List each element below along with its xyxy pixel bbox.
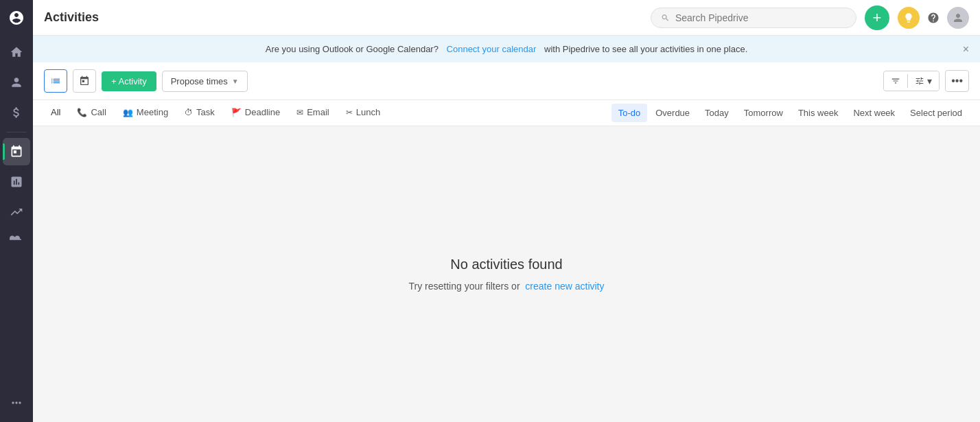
propose-times-button[interactable]: Propose times ▼ xyxy=(162,71,248,92)
period-todo-label: To-do xyxy=(618,108,641,118)
tab-deadline[interactable]: 🚩 Deadline xyxy=(224,100,287,126)
tab-call-label: Call xyxy=(91,107,106,117)
banner-text-after: with Pipedrive to see all your activitie… xyxy=(544,44,747,54)
tab-deadline-label: Deadline xyxy=(245,107,280,117)
sidebar-logo[interactable] xyxy=(4,5,29,30)
banner-text-before: Are you using Outlook or Google Calendar… xyxy=(266,44,439,54)
add-activity-label: + Activity xyxy=(111,76,147,86)
lunch-icon: ✂ xyxy=(346,108,353,117)
tab-lunch[interactable]: ✂ Lunch xyxy=(339,100,387,126)
more-options-button[interactable]: ••• xyxy=(945,70,969,92)
help-button[interactable] xyxy=(922,7,944,29)
period-tab-this-week[interactable]: This week xyxy=(791,104,845,122)
meeting-icon: 👥 xyxy=(123,108,133,117)
calendar-view-button[interactable] xyxy=(73,69,96,93)
page-title: Activities xyxy=(44,10,99,25)
period-tab-overdue[interactable]: Overdue xyxy=(649,104,697,122)
tab-lunch-label: Lunch xyxy=(356,107,380,117)
toolbar: + Activity Propose times ▼ ▾ ••• xyxy=(33,62,980,100)
filter-tabs: All 📞 Call 👥 Meeting ⏱ Task 🚩 Deadline ✉… xyxy=(33,100,980,126)
sidebar-item-more[interactable] xyxy=(3,389,30,417)
tab-all[interactable]: All xyxy=(44,100,67,126)
task-icon: ⏱ xyxy=(185,108,193,117)
empty-state-title: No activities found xyxy=(450,257,562,272)
topbar-actions xyxy=(898,7,969,29)
email-icon: ✉ xyxy=(296,108,303,117)
search-input[interactable] xyxy=(675,12,846,23)
propose-times-caret-icon: ▼ xyxy=(232,78,239,85)
period-tab-next-week[interactable]: Next week xyxy=(846,104,902,122)
main-content: Activities + Are you using Outlook or Go… xyxy=(33,0,980,422)
main-empty-state: No activities found Try resetting your f… xyxy=(33,126,980,422)
sidebar-item-products[interactable] xyxy=(3,228,30,256)
period-this-week-label: This week xyxy=(798,108,839,118)
filter-button[interactable] xyxy=(884,72,907,90)
period-tomorrow-label: Tomorrow xyxy=(744,108,783,118)
period-tab-todo[interactable]: To-do xyxy=(611,104,648,122)
search-icon xyxy=(661,13,670,23)
sidebar xyxy=(0,0,33,422)
call-icon: 📞 xyxy=(77,108,87,117)
tab-email-label: Email xyxy=(307,107,329,117)
list-view-button[interactable] xyxy=(44,69,67,93)
deadline-icon: 🚩 xyxy=(231,108,242,117)
banner-calendar-link[interactable]: Connect your calendar xyxy=(447,44,537,54)
sidebar-item-reports[interactable] xyxy=(3,168,30,196)
add-button[interactable]: + xyxy=(865,5,889,30)
period-tab-tomorrow[interactable]: Tomorrow xyxy=(737,104,790,122)
tab-meeting-label: Meeting xyxy=(137,107,168,117)
period-select-label: Select period xyxy=(910,108,962,118)
tab-meeting[interactable]: 👥 Meeting xyxy=(116,100,175,126)
period-tabs: To-do Overdue Today Tomorrow This week N… xyxy=(611,104,969,122)
period-today-label: Today xyxy=(705,108,729,118)
add-activity-button[interactable]: + Activity xyxy=(102,71,156,91)
lightbulb-button[interactable] xyxy=(898,7,920,29)
avatar[interactable] xyxy=(947,7,969,29)
empty-subtitle-before: Try resetting your filters or xyxy=(408,281,520,292)
period-tab-today[interactable]: Today xyxy=(698,104,736,122)
search-bar xyxy=(651,8,856,28)
filter-group: ▾ xyxy=(883,71,940,91)
tab-call[interactable]: 📞 Call xyxy=(70,100,113,126)
propose-times-label: Propose times xyxy=(171,76,228,86)
sidebar-item-insights[interactable] xyxy=(3,198,30,226)
period-tab-select-period[interactable]: Select period xyxy=(903,104,969,122)
empty-state-subtitle: Try resetting your filters or create new… xyxy=(408,281,604,292)
view-options-button[interactable]: ▾ xyxy=(908,71,939,91)
tab-task[interactable]: ⏱ Task xyxy=(178,100,222,126)
tab-all-label: All xyxy=(51,107,60,117)
create-activity-link[interactable]: create new activity xyxy=(525,281,604,292)
sidebar-divider xyxy=(6,132,27,132)
calendar-banner: Are you using Outlook or Google Calendar… xyxy=(33,36,980,62)
period-next-week-label: Next week xyxy=(853,108,895,118)
sidebar-item-activities[interactable] xyxy=(3,138,30,165)
tab-task-label: Task xyxy=(196,107,215,117)
period-overdue-label: Overdue xyxy=(655,108,690,118)
topbar: Activities + xyxy=(33,0,980,36)
sidebar-item-contacts[interactable] xyxy=(3,69,30,96)
tab-email[interactable]: ✉ Email xyxy=(290,100,336,126)
sidebar-item-home[interactable] xyxy=(3,38,30,66)
banner-close-button[interactable]: × xyxy=(963,43,969,56)
sidebar-item-deals[interactable] xyxy=(3,99,30,126)
